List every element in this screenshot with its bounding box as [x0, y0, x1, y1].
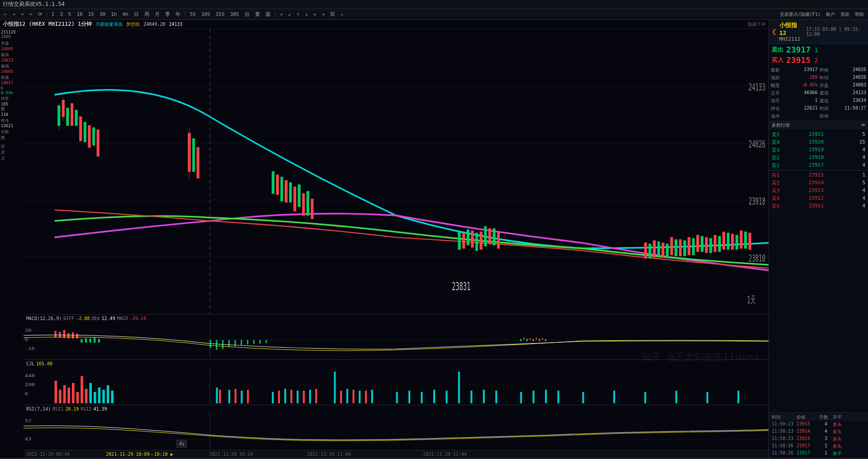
main-chart[interactable]: 23831 1天 24133 24026 23918 23810 — [24, 29, 768, 314]
toolbar-sep2 — [185, 11, 185, 18]
svg-rect-88 — [98, 339, 100, 343]
menu-help[interactable]: 帮助 — [853, 10, 866, 19]
svg-rect-164 — [303, 391, 305, 403]
period-5[interactable]: 5 — [66, 10, 74, 18]
stat-chichang: 持仓 22621 — [771, 105, 818, 112]
buy-price[interactable]: 23915 — [786, 55, 811, 65]
menu-account[interactable]: 账户 — [824, 10, 837, 19]
pos-val: 118 — [1, 112, 23, 117]
period-15s[interactable]: 15S — [213, 10, 227, 18]
sell-price[interactable]: 23917 — [786, 45, 811, 54]
stat-xianshou: 现手 1 — [771, 97, 818, 105]
svg-rect-66 — [727, 233, 729, 249]
rp-prev-btn[interactable]: ❮ — [772, 28, 777, 36]
toolbar-refresh[interactable]: ⟳ — [36, 10, 44, 18]
toolbar-forward[interactable]: → — [10, 10, 18, 18]
toolbar-down[interactable]: ↓ — [303, 10, 310, 18]
svg-rect-16 — [88, 125, 90, 147]
svg-text:298: 298 — [25, 382, 35, 387]
period-week[interactable]: 周 — [142, 10, 152, 19]
period-day[interactable]: 日 — [132, 10, 141, 19]
rp-time: 17:15-03:00 | 09:15-12:00 — [806, 27, 865, 37]
macd-dea-val: 12.49 — [102, 316, 115, 321]
svg-rect-23 — [197, 148, 199, 178]
svg-text:448: 448 — [25, 373, 35, 378]
toolbar-draw[interactable]: ✏ — [338, 10, 346, 18]
period-quarter[interactable]: 季 — [163, 10, 172, 19]
chart-indicator-val: 24049.20 — [143, 22, 165, 27]
svg-rect-145 — [458, 372, 460, 403]
rp-header: ❮ 小恒指12 MHI2112 17:15-03:00 | 09:15-12:0… — [769, 20, 868, 44]
period-3[interactable]: 3 — [57, 10, 65, 18]
svg-rect-153 — [582, 392, 584, 403]
svg-rect-56 — [749, 233, 751, 249]
svg-rect-162 — [278, 391, 280, 403]
period-4h[interactable]: 4h — [120, 10, 130, 18]
svg-rect-160 — [235, 389, 237, 403]
period-5s[interactable]: 5S — [188, 10, 198, 18]
period-1h[interactable]: 1h — [109, 10, 119, 18]
svg-rect-14 — [80, 117, 82, 141]
period-30[interactable]: 30 — [97, 10, 108, 18]
period-month[interactable]: 月 — [152, 10, 162, 19]
app-title: 行情交易系统V5.1.1.54 — [3, 0, 65, 8]
period-30s[interactable]: 30S — [228, 10, 242, 18]
period-year[interactable]: 年 — [173, 10, 183, 19]
svg-rect-48 — [679, 239, 681, 256]
svg-rect-152 — [557, 391, 559, 403]
svg-rect-84 — [81, 339, 82, 343]
cjl-val: 165.00 — [36, 361, 52, 366]
toolbar-back[interactable]: ← — [2, 10, 9, 18]
period-10[interactable]: 10 — [74, 10, 85, 18]
toolbar-prev[interactable]: « — [311, 10, 319, 18]
svg-rect-85 — [85, 338, 87, 343]
svg-rect-22 — [192, 139, 194, 172]
toolbar-zoom-in[interactable]: ↗ — [278, 10, 285, 18]
period-10s[interactable]: 10S — [199, 10, 213, 18]
svg-rect-141 — [408, 391, 410, 403]
menu-display[interactable]: 交易显示/隐藏(F1) — [778, 10, 823, 19]
stat-zuigao: 最高 24133 — [820, 90, 867, 97]
ob-sell2: 卖2 23918 4 — [769, 154, 868, 162]
ob-buy3: 买3 23913 4 — [769, 187, 868, 195]
svg-rect-102 — [539, 339, 540, 341]
period-1[interactable]: 1 — [49, 10, 57, 18]
svg-rect-118 — [67, 387, 70, 403]
toolbar-undo[interactable]: ↩ — [19, 10, 26, 18]
period-15[interactable]: 15 — [86, 10, 96, 18]
svg-rect-147 — [483, 390, 485, 403]
macd-dea-label: DEA — [91, 316, 100, 321]
hide-order-btn[interactable]: 隐藏下单 — [748, 21, 766, 28]
svg-rect-148 — [495, 391, 497, 403]
toolbar-sep1 — [47, 11, 47, 18]
toolbar-sep3 — [275, 11, 275, 18]
svg-rect-122 — [85, 389, 87, 403]
orderbook-header: 多档行情 ≫ — [769, 121, 868, 129]
chart-container: 小恒指12 (HKEX MHI2112) 1分钟 天眼能量系统 梦想线 2404… — [0, 20, 768, 458]
period-custom[interactable]: 自 — [242, 10, 252, 19]
charts-area: 23831 1天 24133 24026 23918 23810 MACD(12… — [24, 29, 768, 458]
rp-sell-buy: 卖出 23917 1 — [769, 44, 868, 55]
svg-rect-124 — [94, 392, 96, 403]
menu-system[interactable]: 系统 — [838, 10, 852, 19]
toolbar-grid[interactable]: 田 — [328, 10, 337, 19]
svg-rect-134 — [297, 391, 299, 403]
volume-svg: 448 298 0 — [24, 367, 768, 403]
toolbar-up[interactable]: ↑ — [294, 10, 302, 18]
orderbook-expand[interactable]: ≫ — [861, 122, 865, 129]
svg-rect-36 — [475, 233, 478, 251]
toolbar: ← → ↩ ↪ ⟳ 1 3 5 10 15 30 1h 4h 日 周 月 季 年… — [0, 9, 868, 20]
macd-diff-val: -2.08 — [76, 316, 90, 321]
period-volume[interactable]: 量 — [253, 10, 262, 19]
period-range[interactable]: 圆 — [263, 10, 273, 19]
toolbar-zoom-out[interactable]: ↙ — [286, 10, 294, 18]
svg-rect-104 — [523, 338, 525, 339]
stat-dieting: 跌停 — [820, 113, 867, 120]
macd-params-label: MACD(12,26,9) — [26, 316, 62, 321]
svg-rect-142 — [421, 392, 422, 403]
svg-rect-37 — [484, 226, 486, 246]
svg-rect-27 — [298, 185, 300, 206]
svg-rect-82 — [72, 332, 74, 339]
toolbar-next[interactable]: » — [320, 10, 327, 18]
toolbar-redo[interactable]: ↪ — [27, 10, 35, 18]
